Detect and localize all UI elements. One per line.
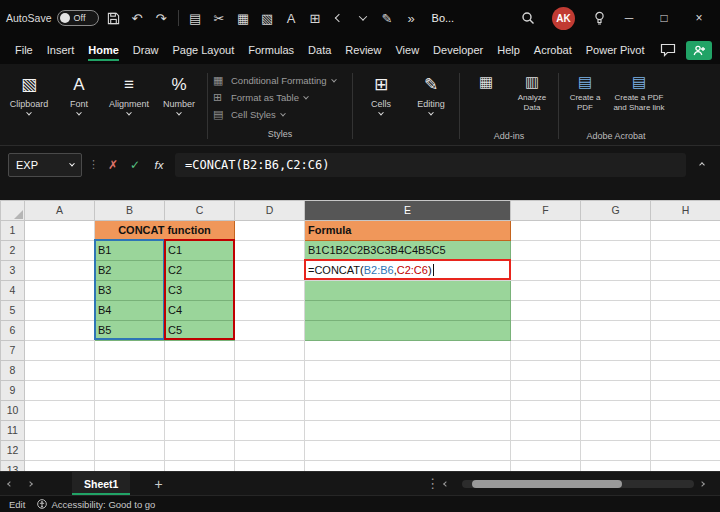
cell[interactable]	[581, 341, 651, 361]
tab-power-pivot[interactable]: Power Pivot	[579, 39, 652, 61]
tab-formulas[interactable]: Formulas	[241, 39, 301, 61]
column-header-E[interactable]: E	[305, 201, 511, 221]
ribbon-group-clipboard[interactable]: ▧ Clipboard	[4, 67, 54, 145]
tab-insert[interactable]: Insert	[40, 39, 82, 61]
cell[interactable]	[511, 281, 581, 301]
scroll-left-button[interactable]	[444, 482, 456, 486]
tab-view[interactable]: View	[388, 39, 426, 61]
insert-picture-button[interactable]: ▦	[234, 5, 253, 31]
cell[interactable]	[235, 281, 305, 301]
cell[interactable]	[511, 341, 581, 361]
cell[interactable]	[165, 361, 235, 381]
tab-file[interactable]: File	[8, 39, 40, 61]
cell[interactable]	[651, 341, 720, 361]
column-header-H[interactable]: H	[651, 201, 720, 221]
cell[interactable]	[95, 441, 165, 461]
cell[interactable]	[651, 301, 720, 321]
redo-button[interactable]: ↷	[152, 5, 171, 31]
conditional-formatting-button[interactable]: ▦ Conditional Formatting	[213, 72, 347, 89]
cell[interactable]	[305, 421, 511, 441]
cell[interactable]	[165, 401, 235, 421]
cell[interactable]	[511, 321, 581, 341]
add-sheet-button[interactable]: +	[154, 476, 162, 492]
cell[interactable]	[581, 301, 651, 321]
tab-data[interactable]: Data	[301, 39, 338, 61]
avatar[interactable]: AK	[552, 7, 575, 30]
comments-button[interactable]	[660, 43, 676, 57]
cell[interactable]	[511, 441, 581, 461]
minimize-button[interactable]: ─	[614, 3, 644, 33]
scroll-right-button[interactable]	[700, 482, 712, 486]
cell[interactable]	[511, 401, 581, 421]
cell[interactable]	[235, 361, 305, 381]
autosave-switch[interactable]: Off	[57, 10, 99, 26]
cell[interactable]	[235, 261, 305, 281]
cell[interactable]	[581, 321, 651, 341]
cell[interactable]	[25, 301, 95, 321]
cell[interactable]	[651, 381, 720, 401]
sheet-nav-right[interactable]	[28, 482, 40, 486]
cell[interactable]	[651, 461, 720, 472]
cell-B3[interactable]: B2	[95, 261, 165, 281]
name-box[interactable]: EXP	[8, 153, 82, 177]
formula-bar-handle[interactable]: ⋮	[88, 158, 99, 171]
tab-draw[interactable]: Draw	[126, 39, 166, 61]
cell[interactable]	[651, 261, 720, 281]
analyze-data-button[interactable]: ▥ Analyze Data	[509, 67, 555, 112]
cell[interactable]	[25, 261, 95, 281]
tab-help[interactable]: Help	[490, 39, 527, 61]
cell[interactable]	[25, 461, 95, 472]
maximize-button[interactable]: □	[649, 3, 679, 33]
select-all-corner[interactable]	[1, 201, 25, 221]
cell-C6[interactable]: C5	[165, 321, 235, 341]
quick-access-dropdown[interactable]	[354, 5, 373, 31]
cell-E1[interactable]: Formula	[305, 221, 511, 241]
cell[interactable]	[511, 221, 581, 241]
mode-indicator[interactable]: Edit	[9, 499, 25, 510]
sheet-options-button[interactable]: ⋮	[426, 476, 438, 491]
cell[interactable]	[235, 341, 305, 361]
cell[interactable]	[165, 441, 235, 461]
confirm-entry-button[interactable]: ✓	[127, 158, 143, 172]
row-header-12[interactable]: 12	[1, 441, 25, 461]
cell[interactable]	[25, 361, 95, 381]
tab-page-layout[interactable]: Page Layout	[165, 39, 241, 61]
cell[interactable]	[25, 421, 95, 441]
cell-B6[interactable]: B5	[95, 321, 165, 341]
column-header-G[interactable]: G	[581, 201, 651, 221]
cell-C5[interactable]: C4	[165, 301, 235, 321]
cell[interactable]	[581, 441, 651, 461]
create-pdf-button[interactable]: ▤ Create a PDF	[562, 67, 608, 112]
cell-styles-button[interactable]: ▤ Cell Styles	[213, 106, 347, 123]
cell[interactable]	[581, 221, 651, 241]
cut-button[interactable]: ✂	[210, 5, 229, 31]
cell[interactable]	[165, 341, 235, 361]
column-header-F[interactable]: F	[511, 201, 581, 221]
cell[interactable]	[511, 261, 581, 281]
cell[interactable]	[581, 381, 651, 401]
cell[interactable]	[165, 421, 235, 441]
addins-button[interactable]: ▦	[463, 67, 509, 91]
cell[interactable]	[95, 381, 165, 401]
draw-brush-button[interactable]: ✎	[378, 5, 397, 31]
cell[interactable]	[235, 441, 305, 461]
cell[interactable]	[25, 281, 95, 301]
cell-B2[interactable]: B1	[95, 241, 165, 261]
share-button[interactable]	[686, 41, 712, 60]
cell[interactable]	[511, 301, 581, 321]
tab-developer[interactable]: Developer	[426, 39, 490, 61]
document-title[interactable]: Bo...	[432, 12, 455, 24]
cell[interactable]	[651, 401, 720, 421]
cell[interactable]	[651, 361, 720, 381]
workbook-stats-button[interactable]: ▤	[186, 5, 205, 31]
close-button[interactable]: ×	[684, 3, 714, 33]
tab-acrobat[interactable]: Acrobat	[527, 39, 579, 61]
cell[interactable]	[25, 241, 95, 261]
row-header-8[interactable]: 8	[1, 361, 25, 381]
column-header-D[interactable]: D	[235, 201, 305, 221]
cell[interactable]	[581, 361, 651, 381]
formula-input[interactable]: =CONCAT(B2:B6,C2:C6)	[175, 153, 686, 177]
cell[interactable]	[235, 241, 305, 261]
format-as-table-button[interactable]: ⊞ Format as Table	[213, 89, 347, 106]
insert-table-button[interactable]: ⊞	[306, 5, 325, 31]
